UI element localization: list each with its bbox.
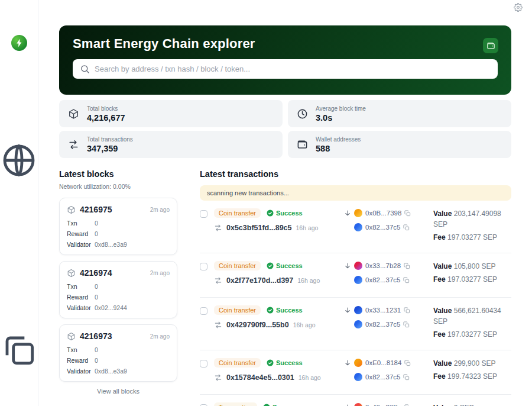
from-address-link[interactable]: 0x40...23Bc (365, 404, 401, 406)
blocks-icon[interactable] (0, 255, 38, 406)
search-icon (80, 64, 90, 74)
status-text: Success (276, 262, 303, 269)
to-avatar (354, 276, 362, 284)
copy-icon[interactable] (404, 210, 411, 217)
wallet-icon (486, 41, 495, 50)
check-circle-icon (267, 210, 274, 217)
status-text: Success (276, 307, 303, 314)
value-label: Value (433, 210, 452, 218)
to-address-link[interactable]: 0x82...37c5 (365, 373, 400, 381)
tx-amounts: Value 0 SEP Fee 400.14358 SEP (433, 402, 511, 406)
fee-label: Fee (433, 233, 446, 241)
stat-value: 588 (316, 144, 361, 153)
block-txn-label: Txn (67, 283, 95, 290)
transaction-age: 16h ago (297, 277, 320, 284)
transaction-age: 16h ago (293, 321, 316, 328)
to-address-link[interactable]: 0x82...37c5 (365, 276, 400, 283)
status-badge: Success (267, 359, 303, 366)
app-logo[interactable] (11, 35, 27, 51)
value-label: Value (433, 359, 452, 368)
transaction-row: Coin transfer Success 0x2f77e170d...d397… (200, 253, 511, 298)
from-address-link[interactable]: 0x33...1231 (365, 307, 401, 314)
block-txn-value: 0 (95, 220, 98, 227)
arrow-down-icon (344, 307, 351, 314)
block-age: 2m ago (150, 207, 170, 213)
block-txn-label: Txn (67, 346, 95, 353)
lightning-logo-icon (14, 38, 24, 48)
from-address-link[interactable]: 0x0B...7398 (365, 210, 401, 217)
fee-amount: 199.74323 SEP (447, 372, 497, 381)
to-address-link[interactable]: 0x82...37c5 (365, 321, 400, 328)
search-input[interactable] (73, 59, 498, 79)
block-reward-value: 0 (95, 230, 98, 237)
block-reward-label: Reward (67, 230, 95, 237)
transaction-type-icon (200, 360, 207, 368)
stat-value: 3.0s (316, 113, 366, 123)
sidebar-nav: API (0, 66, 38, 255)
block-number-link[interactable]: 4216973 (80, 331, 112, 341)
from-address-link[interactable]: 0xE0...8184 (365, 359, 401, 366)
view-all-blocks-link[interactable]: View all blocks (59, 388, 177, 395)
transactions-list: Coin transfer Success 0x5c3bf51fd...89c5… (200, 201, 511, 406)
copy-icon[interactable] (403, 321, 410, 328)
fee-amount: 197.03277 SEP (447, 330, 497, 339)
block-validator-label: Validator (67, 368, 95, 375)
block-reward-value: 0 (95, 294, 98, 301)
copy-icon[interactable] (403, 374, 410, 381)
cube-icon (67, 269, 76, 278)
copy-icon[interactable] (403, 277, 410, 283)
check-circle-icon (267, 307, 274, 314)
transaction-hash-link[interactable]: 0x15784e4e5...0301 (226, 373, 294, 382)
app-header-banner: Smart Energy Chain explorer (59, 25, 511, 95)
stat-card: Wallet addresses 588 (288, 131, 511, 158)
transfer-icon (68, 139, 79, 150)
copy-icon[interactable] (404, 307, 410, 314)
block-number-link[interactable]: 4216975 (80, 205, 112, 214)
copy-icon[interactable] (404, 263, 410, 269)
block-validator-value: 0x02...9244 (95, 304, 127, 311)
fee-amount: 197.03277 SEP (447, 233, 497, 241)
check-circle-icon (267, 262, 274, 269)
copy-icon[interactable] (404, 404, 411, 406)
copy-icon[interactable] (404, 360, 411, 366)
to-address-link[interactable]: 0x82...37c5 (365, 224, 400, 231)
sidebar: API (0, 0, 38, 406)
to-avatar (354, 373, 362, 381)
scanning-banner: scanning new transactions... (200, 185, 511, 201)
stat-label: Total blocks (87, 105, 125, 112)
transaction-hash-link[interactable]: 0x2f77e170d...d397 (226, 276, 293, 285)
from-address-link[interactable]: 0x33...7b28 (365, 262, 401, 269)
value-amount: 105,800 SEP (454, 262, 496, 270)
status-badge: Success (263, 404, 299, 406)
arrow-down-icon (344, 210, 351, 217)
latest-transactions-title: Latest transactions (200, 169, 511, 179)
to-avatar (354, 320, 362, 328)
stat-card: Total blocks 4,216,677 (59, 100, 283, 127)
to-avatar (354, 223, 362, 231)
stat-card: Average block time 3.0s (288, 100, 511, 127)
stat-value: 4,216,677 (87, 113, 125, 123)
block-age: 2m ago (150, 333, 170, 340)
block-card: 4216973 2m ago Txn 0 Reward 0 Validator … (59, 324, 177, 382)
transaction-hash-link[interactable]: 0x429790f9...55b0 (226, 321, 289, 329)
cube-icon (67, 205, 76, 214)
swap-arrows-icon (214, 224, 222, 232)
fee-label: Fee (433, 330, 446, 339)
from-avatar (354, 403, 362, 406)
block-validator-value: 0xd8...e3a9 (95, 241, 127, 248)
transaction-hash-link[interactable]: 0x5c3bf51fd...89c5 (226, 224, 292, 232)
stats-grid: Total blocks 4,216,677 Average block tim… (59, 100, 511, 158)
fee-amount: 197.03277 SEP (447, 275, 497, 283)
value-amount: 299,900 SEP (454, 359, 496, 368)
page-settings-gear-icon[interactable] (514, 3, 523, 12)
fee-label: Fee (433, 372, 446, 381)
copy-icon[interactable] (403, 224, 410, 231)
from-avatar (354, 359, 362, 367)
stat-label: Total transactions (87, 136, 133, 143)
wallet-button[interactable] (483, 38, 498, 53)
main-content: Smart Energy Chain explorer Total blocks… (59, 25, 511, 406)
globe-icon[interactable] (0, 66, 38, 255)
tx-amounts: Value 203,147.49098 SEP Fee 197.03277 SE… (433, 208, 511, 245)
block-number-link[interactable]: 4216974 (80, 268, 112, 278)
latest-blocks-panel: Latest blocks Network utilization: 0.00%… (59, 169, 177, 406)
